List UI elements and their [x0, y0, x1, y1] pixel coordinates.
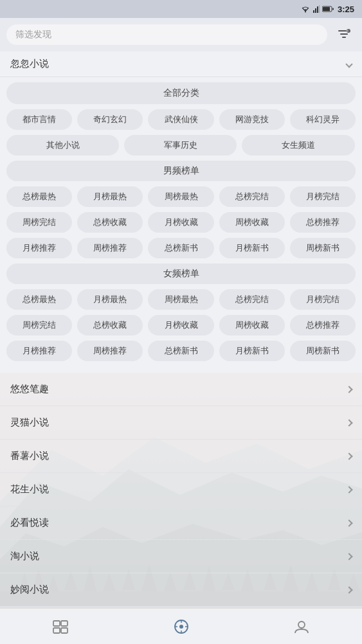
male-rank-total-hot[interactable]: 总榜最热: [6, 186, 72, 207]
list-item-youyou[interactable]: 悠悠笔趣: [0, 373, 362, 406]
female-rank-month-finish[interactable]: 月榜完结: [290, 289, 356, 310]
female-rank-month-hot[interactable]: 月榜最热: [77, 289, 143, 310]
male-rank-row-3: 月榜推荐 周榜推荐 总榜新书 月榜新书 周榜新书: [6, 238, 356, 258]
female-rank-total-new[interactable]: 总榜新书: [148, 341, 213, 361]
male-rank-week-new[interactable]: 周榜新书: [290, 238, 356, 258]
svg-point-46: [298, 622, 305, 628]
tag-fantasy[interactable]: 奇幻玄幻: [77, 109, 143, 130]
wifi-icon: [300, 5, 311, 13]
bottom-nav: [0, 608, 362, 644]
list-item-miaoyan[interactable]: 妙阅小说: [0, 573, 362, 607]
status-icons: [300, 5, 334, 13]
svg-rect-39: [61, 628, 68, 633]
chevron-right-icon-1: [345, 419, 352, 426]
female-rank-week-collect[interactable]: 周榜收藏: [219, 315, 285, 335]
female-rank-week-new[interactable]: 周榜新书: [290, 341, 356, 361]
female-rank-week-recommend[interactable]: 周榜推荐: [77, 341, 143, 361]
male-rank-week-finish[interactable]: 周榜完结: [6, 212, 72, 233]
search-placeholder: 筛选发现: [15, 29, 51, 40]
main-scroll[interactable]: 忽忽小说 全部分类 都市言情 奇幻玄幻 武侠仙侠 网游竞技 科幻灵异 其他小说 …: [0, 51, 362, 608]
male-rank-month-finish[interactable]: 月榜完结: [290, 186, 356, 207]
svg-point-12: [346, 30, 348, 32]
tag-scifi[interactable]: 科幻灵异: [290, 109, 356, 130]
female-rank-total-hot[interactable]: 总榜最热: [6, 289, 72, 310]
female-rank-week-hot[interactable]: 周榜最热: [148, 289, 213, 310]
male-rank-label: 男频榜单: [6, 161, 356, 181]
tag-row-1: 都市言情 奇幻玄幻 武侠仙侠 网游竞技 科幻灵异: [6, 109, 356, 130]
list-items-container: 悠悠笔趣 灵猫小说 番薯小说 花生小说 必看悦读 淘小说 妙阅小说 有兔阅读: [0, 373, 362, 608]
filter-icon-button[interactable]: [332, 23, 356, 46]
male-rank-week-collect[interactable]: 周榜收藏: [219, 212, 285, 233]
huhu-xiaoshuo-section: 忽忽小说 全部分类 都市言情 奇幻玄幻 武侠仙侠 网游竞技 科幻灵异 其他小说 …: [0, 51, 362, 373]
tag-military[interactable]: 军事历史: [124, 135, 237, 156]
chevron-right-icon-5: [345, 553, 352, 560]
nav-item-discover[interactable]: [121, 609, 242, 644]
list-item-bikan-title: 必看悦读: [10, 517, 49, 529]
tag-all-categories[interactable]: 全部分类: [6, 82, 356, 104]
svg-rect-3: [317, 6, 318, 13]
female-rank-total-collect[interactable]: 总榜收藏: [77, 315, 143, 335]
tag-female[interactable]: 女生频道: [242, 135, 354, 156]
male-rank-month-new[interactable]: 月榜新书: [219, 238, 285, 258]
female-rank-row-1: 总榜最热 月榜最热 周榜最热 总榜完结 月榜完结: [6, 289, 356, 310]
tag-urban[interactable]: 都市言情: [6, 109, 72, 130]
svg-rect-37: [61, 621, 68, 626]
male-rank-week-recommend[interactable]: 周榜推荐: [77, 238, 143, 258]
svg-rect-2: [315, 8, 316, 13]
list-item-huasheng-title: 花生小说: [10, 483, 49, 496]
male-rank-total-finish[interactable]: 总榜完结: [219, 186, 285, 207]
svg-rect-36: [53, 621, 60, 626]
svg-rect-1: [313, 10, 314, 13]
female-rank-month-recommend[interactable]: 月榜推荐: [6, 341, 72, 361]
list-item-fanshu-title: 番薯小说: [10, 450, 49, 462]
female-rank-label: 女频榜单: [6, 264, 356, 284]
male-rank-month-collect[interactable]: 月榜收藏: [148, 212, 213, 233]
chevron-right-icon-2: [345, 452, 352, 460]
list-item-tao-title: 淘小说: [10, 550, 39, 562]
male-rank-week-hot[interactable]: 周榜最热: [148, 186, 213, 207]
svg-rect-9: [340, 33, 348, 35]
svg-point-41: [179, 625, 183, 629]
list-nav-icon: [52, 620, 69, 634]
tag-wuxia[interactable]: 武侠仙侠: [148, 109, 213, 130]
list-item-fanshu[interactable]: 番薯小说: [0, 440, 362, 473]
male-rank-month-recommend[interactable]: 月榜推荐: [6, 238, 72, 258]
female-rank-week-finish[interactable]: 周榜完结: [6, 315, 72, 335]
list-item-huasheng[interactable]: 花生小说: [0, 473, 362, 506]
chevron-right-icon-6: [345, 586, 352, 593]
male-rank-total-collect[interactable]: 总榜收藏: [77, 212, 143, 233]
female-rank-total-recommend[interactable]: 总榜推荐: [290, 315, 356, 335]
female-rank-month-new[interactable]: 月榜新书: [219, 341, 285, 361]
nav-item-profile[interactable]: [241, 609, 362, 644]
signal-icon: [313, 5, 320, 13]
svg-point-0: [305, 12, 306, 13]
male-rank-total-new[interactable]: 总榜新书: [148, 238, 213, 258]
status-time: 3:25: [338, 4, 354, 14]
discover-nav-icon: [173, 618, 190, 635]
tag-other[interactable]: 其他小说: [6, 135, 119, 156]
list-item-lingmao[interactable]: 灵猫小说: [0, 406, 362, 440]
male-rank-total-recommend[interactable]: 总榜推荐: [290, 212, 356, 233]
female-rank-month-collect[interactable]: 月榜收藏: [148, 315, 213, 335]
svg-rect-7: [332, 8, 334, 10]
tag-gaming[interactable]: 网游竞技: [219, 109, 285, 130]
list-item-bikan[interactable]: 必看悦读: [0, 506, 362, 540]
male-rank-row-2: 周榜完结 总榜收藏 月榜收藏 周榜收藏 总榜推荐: [6, 212, 356, 233]
list-item-youtu[interactable]: 有兔阅读: [0, 607, 362, 608]
huhu-section-header[interactable]: 忽忽小说: [0, 51, 362, 77]
female-rank-total-finish[interactable]: 总榜完结: [219, 289, 285, 310]
list-item-youyou-title: 悠悠笔趣: [10, 383, 49, 395]
chevron-right-icon-4: [345, 519, 352, 526]
tag-row-2: 其他小说 军事历史 女生频道: [6, 135, 356, 156]
chevron-right-icon-3: [345, 486, 352, 493]
search-input-wrapper[interactable]: 筛选发现: [6, 24, 327, 45]
svg-rect-38: [53, 628, 60, 633]
list-item-tao[interactable]: 淘小说: [0, 540, 362, 573]
male-rank-month-hot[interactable]: 月榜最热: [77, 186, 143, 207]
status-bar: 3:25: [0, 0, 362, 18]
tags-section: 全部分类 都市言情 奇幻玄幻 武侠仙侠 网游竞技 科幻灵异 其他小说 军事历史 …: [0, 77, 362, 373]
nav-item-list[interactable]: [0, 609, 121, 644]
female-rank-row-3: 月榜推荐 周榜推荐 总榜新书 月榜新书 周榜新书: [6, 341, 356, 361]
list-item-lingmao-title: 灵猫小说: [10, 416, 49, 429]
battery-icon: [322, 6, 334, 12]
